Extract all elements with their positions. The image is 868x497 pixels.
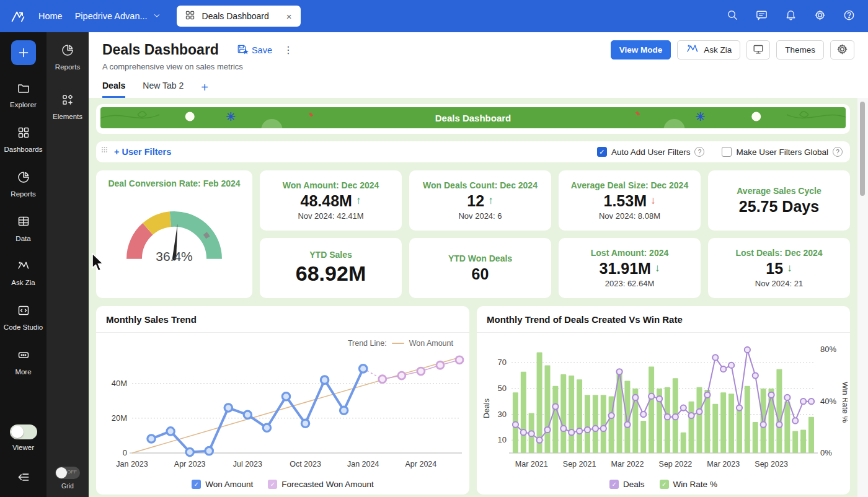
kpi-title: YTD Won Deals [448, 253, 512, 263]
create-new-button[interactable] [11, 40, 36, 65]
zia-icon [17, 259, 30, 275]
analytics-logo-icon[interactable] [10, 8, 26, 24]
svg-text:Deals: Deals [482, 398, 491, 418]
more-options-kebab[interactable]: ⋮ [283, 45, 293, 55]
settings-button[interactable] [830, 40, 854, 59]
kpi-card-6[interactable]: Lost Amount: 202431.91M↓2023: 62.64M [559, 238, 701, 298]
panel-item-reports[interactable]: Reports [47, 43, 88, 72]
save-icon [236, 43, 249, 56]
pie-icon [61, 43, 74, 59]
legend-item[interactable]: ✓Deals [609, 480, 645, 489]
sidebar-item-reports[interactable]: Reports [1, 170, 46, 199]
legend-checkbox[interactable]: ✓ [192, 480, 201, 489]
sidebar-item-more[interactable]: More [1, 348, 46, 377]
legend-item[interactable]: ✓Forecasted Won Amount [268, 480, 373, 489]
topbar-icon-group [726, 9, 856, 24]
kpi-trend-arrow: ↑ [356, 195, 361, 207]
kpi-card-4[interactable]: YTD Sales68.92M [260, 238, 402, 298]
banner-title: Deals Dashboard [435, 113, 512, 123]
themes-button[interactable]: Themes [776, 40, 824, 59]
add-user-filters-link[interactable]: + User Filters [114, 147, 171, 157]
svg-text:70: 70 [498, 358, 507, 367]
viewer-toggle[interactable] [10, 424, 37, 439]
search-icon[interactable] [726, 9, 739, 24]
kpi-value: 68.92M [296, 262, 366, 286]
kpi-card-7[interactable]: Lost Deals: Dec 202415↓Nov 2024: 21 [708, 238, 850, 298]
gear-icon[interactable] [813, 9, 826, 24]
grid-toggle[interactable]: OFF [55, 467, 80, 479]
chat-icon[interactable] [755, 9, 768, 24]
legend-checkbox[interactable]: ✓ [268, 480, 277, 489]
close-tab-button[interactable]: × [285, 11, 293, 22]
kpi-title: Won Deals Count: Dec 2024 [423, 180, 538, 190]
combo-chart-canvas: 103050700%40%80%Mar 2021Sep 2021Mar 2022… [479, 334, 848, 477]
sidebar-item-label: Data [16, 234, 30, 243]
home-link[interactable]: Home [38, 11, 63, 21]
banner-widget[interactable]: Deals Dashboard [96, 104, 850, 134]
kpi-card-5[interactable]: YTD Won Deals60 [409, 238, 551, 298]
open-dashboard-tab[interactable]: Deals Dashboard × [177, 6, 301, 27]
add-tab-button[interactable]: + [201, 81, 208, 98]
sidebar-item-dashboards[interactable]: Dashboards [1, 126, 46, 154]
tab-deals[interactable]: Deals [102, 81, 125, 98]
collapse-sidebar-button[interactable] [16, 470, 31, 487]
legend-checkbox[interactable]: ✓ [660, 480, 669, 489]
monitor-icon [752, 43, 764, 57]
scrollbar-thumb[interactable] [860, 102, 865, 196]
user-filters-bar: + User Filters ✓Auto Add User Filters?Ma… [96, 141, 850, 162]
unchecked-checkbox[interactable] [722, 147, 732, 157]
code-icon [17, 304, 30, 319]
svg-text:Apr 2023: Apr 2023 [174, 460, 206, 468]
kpi-card-1[interactable]: Won Deals Count: Dec 202412↑Nov 2024: 6 [409, 170, 551, 231]
svg-text:50: 50 [498, 384, 507, 393]
dashboard-header: Deals Dashboard Save ⋮ View Mode Ask Zia… [89, 32, 868, 71]
grid-toggle-label: Grid [61, 482, 74, 490]
help-icon[interactable] [843, 9, 856, 24]
monthly-sales-trend-widget[interactable]: Monthly Sales Trend Trend Line: Won Amou… [96, 306, 469, 495]
sidebar-item-code-studio[interactable]: Code Studio [1, 304, 46, 332]
panel-item-elements[interactable]: Elements [47, 93, 88, 121]
kpi-card-2[interactable]: Average Deal Size: Dec 20241.53M↓Nov 202… [559, 170, 701, 231]
tab-new-tab-2[interactable]: New Tab 2 [143, 81, 184, 98]
svg-text:Apr 2024: Apr 2024 [405, 460, 437, 468]
kpi-subtext: Nov 2024: 6 [458, 211, 502, 221]
svg-text:0%: 0% [820, 448, 832, 457]
checked-checkbox[interactable]: ✓ [597, 147, 607, 157]
ask-zia-button[interactable]: Ask Zia [677, 40, 740, 59]
kpi-title: Won Amount: Dec 2024 [283, 180, 379, 190]
sidebar-item-explorer[interactable]: Explorer [1, 81, 46, 110]
workspace-switcher[interactable]: Pipedrive Advan... [75, 11, 162, 22]
presentation-button[interactable] [746, 40, 770, 59]
gauge-widget[interactable]: Deal Conversion Rate: Feb 2024 36.4% [96, 170, 252, 298]
bell-icon[interactable] [784, 9, 797, 24]
kpi-trend-arrow: ↑ [488, 195, 494, 207]
sidebar-item-data[interactable]: Data [1, 214, 46, 243]
left-nav-rail: ExplorerDashboardsReportsDataAsk ZiaCode… [0, 32, 46, 497]
kpi-card-3[interactable]: Average Sales Cycle25.75 Days [708, 170, 850, 231]
open-tab-title: Deals Dashboard [202, 11, 279, 21]
kpi-card-0[interactable]: Won Amount: Dec 202448.48M↑Nov 2024: 42.… [260, 170, 402, 231]
sidebar-item-ask-zia[interactable]: Ask Zia [1, 259, 46, 288]
svg-text:30: 30 [498, 410, 507, 419]
more-icon [17, 348, 30, 364]
svg-text:Jan 2023: Jan 2023 [116, 460, 148, 468]
legend-item[interactable]: ✓Won Amount [192, 480, 253, 489]
kpi-trend-arrow: ↓ [655, 262, 660, 275]
dashboards-icon [17, 126, 30, 141]
drag-handle-icon[interactable] [101, 146, 108, 157]
legend-checkbox[interactable]: ✓ [609, 480, 619, 489]
legend-item[interactable]: ✓Win Rate % [660, 480, 717, 489]
folder-icon [17, 81, 30, 97]
zia-icon [686, 42, 699, 58]
gear-icon [836, 43, 849, 58]
help-circle-icon[interactable]: ? [694, 147, 704, 157]
save-button[interactable]: Save [236, 43, 272, 56]
help-circle-icon[interactable]: ? [833, 147, 843, 157]
view-mode-button[interactable]: View Mode [611, 40, 671, 59]
kpi-title: Lost Deals: Dec 2024 [735, 248, 822, 258]
svg-text:Oct 2023: Oct 2023 [290, 460, 321, 468]
kpi-subtext: Nov 2024: 8.08M [599, 211, 660, 221]
panel-item-label: Reports [55, 63, 80, 71]
deals-vs-winrate-widget[interactable]: Monthly Trend of Deals Created Vs Win Ra… [477, 306, 850, 495]
svg-text:Mar 2021: Mar 2021 [515, 460, 548, 468]
